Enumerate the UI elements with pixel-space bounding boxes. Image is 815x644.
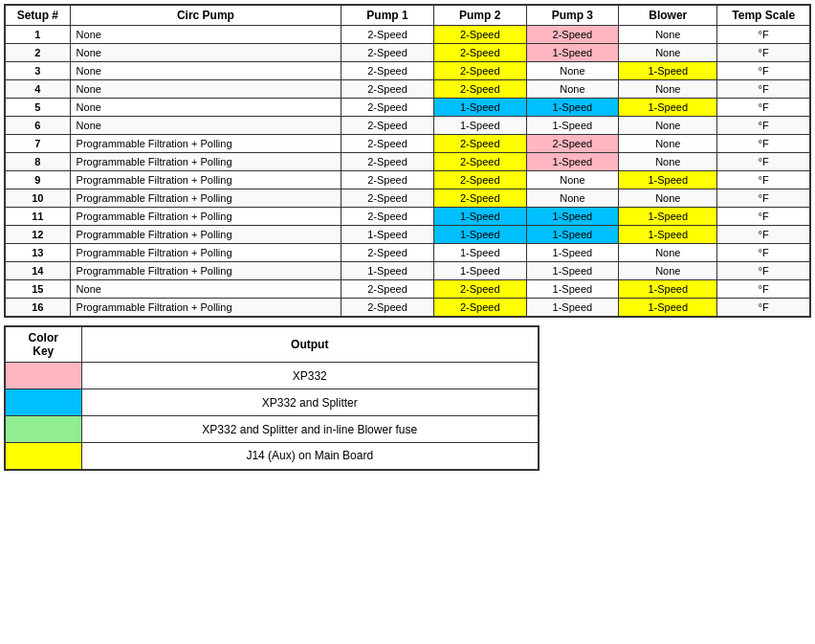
table-cell: 2-Speed	[433, 26, 526, 44]
table-cell: 1-Speed	[526, 244, 619, 262]
table-cell: 1-Speed	[433, 244, 526, 262]
header-pump1: Pump 1	[341, 5, 434, 26]
table-cell: None	[619, 262, 717, 280]
color-key-label: XP332	[81, 363, 539, 389]
table-cell: 2-Speed	[433, 62, 526, 80]
table-cell: Programmable Filtration + Polling	[70, 189, 341, 208]
table-cell: Programmable Filtration + Polling	[70, 299, 341, 318]
table-cell: 1-Speed	[433, 99, 526, 117]
table-cell: Programmable Filtration + Polling	[70, 135, 341, 153]
table-row: 8Programmable Filtration + Polling2-Spee…	[5, 153, 810, 171]
table-cell: 2-Speed	[433, 135, 526, 153]
table-cell: °F	[717, 299, 810, 318]
table-cell: 2-Speed	[341, 99, 434, 117]
table-cell: 1-Speed	[433, 208, 526, 226]
table-cell: 2-Speed	[341, 171, 434, 189]
table-cell: °F	[717, 171, 810, 189]
table-cell: 1-Speed	[526, 44, 619, 62]
table-cell: None	[70, 44, 341, 62]
table-cell: 11	[5, 208, 70, 226]
table-cell: °F	[717, 80, 810, 99]
table-cell: None	[70, 117, 341, 135]
table-cell: 1-Speed	[526, 99, 619, 117]
table-cell: 1-Speed	[526, 208, 619, 226]
table-cell: None	[526, 171, 619, 189]
table-cell: None	[70, 62, 341, 80]
header-temp: Temp Scale	[717, 5, 810, 26]
table-cell: 2-Speed	[341, 135, 434, 153]
table-cell: None	[619, 26, 717, 44]
table-cell: None	[526, 80, 619, 99]
table-cell: 1-Speed	[619, 226, 717, 244]
table-cell: None	[619, 244, 717, 262]
table-cell: Programmable Filtration + Polling	[70, 171, 341, 189]
table-cell: 1-Speed	[526, 117, 619, 135]
table-cell: 3	[5, 62, 70, 80]
header-setup: Setup #	[5, 5, 70, 26]
table-cell: Programmable Filtration + Polling	[70, 244, 341, 262]
table-row: 12Programmable Filtration + Polling1-Spe…	[5, 226, 810, 244]
color-swatch	[5, 363, 81, 389]
table-cell: 4	[5, 80, 70, 99]
table-cell: 1-Speed	[526, 262, 619, 280]
color-key-row: J14 (Aux) on Main Board	[5, 443, 539, 470]
table-cell: °F	[717, 208, 810, 226]
table-cell: 2-Speed	[341, 244, 434, 262]
table-cell: 2-Speed	[341, 117, 434, 135]
table-cell: 1-Speed	[619, 171, 717, 189]
color-key-label: XP332 and Splitter	[81, 389, 539, 416]
table-cell: 2-Speed	[341, 280, 434, 299]
table-row: 10Programmable Filtration + Polling2-Spe…	[5, 189, 810, 208]
table-row: 15None2-Speed2-Speed1-Speed1-Speed°F	[5, 280, 810, 299]
table-row: 9Programmable Filtration + Polling2-Spee…	[5, 171, 810, 189]
table-cell: 13	[5, 244, 70, 262]
table-cell: 5	[5, 99, 70, 117]
table-row: 6None2-Speed1-Speed1-SpeedNone°F	[5, 117, 810, 135]
table-cell: 2-Speed	[341, 44, 434, 62]
table-cell: °F	[717, 153, 810, 171]
table-cell: 2-Speed	[341, 62, 434, 80]
table-cell: 2-Speed	[433, 299, 526, 318]
table-cell: 14	[5, 262, 70, 280]
color-key-label: J14 (Aux) on Main Board	[81, 443, 539, 470]
table-cell: 6	[5, 117, 70, 135]
table-cell: 1-Speed	[526, 226, 619, 244]
color-swatch	[5, 416, 81, 443]
table-cell: 2-Speed	[341, 153, 434, 171]
color-key-row: XP332 and Splitter	[5, 389, 539, 416]
table-cell: 2-Speed	[341, 26, 434, 44]
header-pump2: Pump 2	[433, 5, 526, 26]
table-cell: 16	[5, 299, 70, 318]
table-row: 7Programmable Filtration + Polling2-Spee…	[5, 135, 810, 153]
table-cell: °F	[717, 117, 810, 135]
table-cell: 2-Speed	[526, 135, 619, 153]
table-cell: °F	[717, 189, 810, 208]
table-cell: None	[619, 117, 717, 135]
table-row: 1None2-Speed2-Speed2-SpeedNone°F	[5, 26, 810, 44]
table-row: 16Programmable Filtration + Polling2-Spe…	[5, 299, 810, 318]
table-cell: 1-Speed	[433, 117, 526, 135]
table-cell: 1-Speed	[619, 208, 717, 226]
table-cell: 15	[5, 280, 70, 299]
header-pump3: Pump 3	[526, 5, 619, 26]
color-key-row: XP332 and Splitter and in-line Blower fu…	[5, 416, 539, 443]
table-cell: None	[526, 62, 619, 80]
table-row: 2None2-Speed2-Speed1-SpeedNone°F	[5, 44, 810, 62]
table-cell: 12	[5, 226, 70, 244]
table-cell: 1-Speed	[341, 262, 434, 280]
table-row: 13Programmable Filtration + Polling2-Spe…	[5, 244, 810, 262]
table-cell: None	[619, 189, 717, 208]
table-cell: 1	[5, 26, 70, 44]
table-cell: 1-Speed	[526, 299, 619, 318]
color-key-label: XP332 and Splitter and in-line Blower fu…	[81, 416, 539, 443]
table-cell: 1-Speed	[619, 280, 717, 299]
table-cell: None	[70, 280, 341, 299]
setup-table: Setup # Circ Pump Pump 1 Pump 2 Pump 3 B…	[4, 4, 811, 318]
table-cell: °F	[717, 99, 810, 117]
table-cell: None	[619, 44, 717, 62]
table-cell: °F	[717, 44, 810, 62]
table-cell: °F	[717, 262, 810, 280]
table-cell: None	[70, 26, 341, 44]
table-cell: 1-Speed	[526, 280, 619, 299]
table-cell: 2-Speed	[433, 80, 526, 99]
